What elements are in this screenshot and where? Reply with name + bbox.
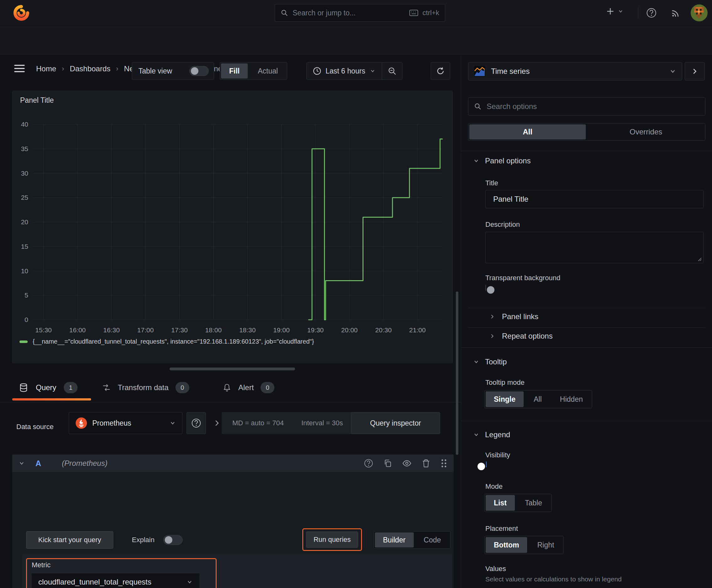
panel-title-value: Panel Title (493, 195, 528, 204)
drag-query-grip-icon[interactable] (440, 459, 447, 468)
fit-actual-option[interactable]: Actual (250, 63, 286, 79)
tab-alert[interactable]: Alert 0 (222, 379, 274, 396)
clock-icon (313, 67, 321, 75)
tooltip-section-header[interactable]: Tooltip (473, 357, 507, 366)
vertical-scrollbar[interactable] (456, 292, 458, 455)
panel-links-section[interactable]: Panel links (490, 312, 538, 321)
datasource-help-button[interactable] (187, 412, 206, 434)
section-divider (468, 327, 706, 328)
svg-text:16:00: 16:00 (69, 327, 86, 334)
repeat-options-section[interactable]: Repeat options (490, 332, 553, 340)
legend-mode-table[interactable]: Table (517, 495, 550, 511)
legend-visibility-toggle[interactable] (486, 461, 487, 467)
time-range-label: Last 6 hours (326, 67, 365, 76)
time-series-viz-icon (474, 66, 486, 77)
metric-select[interactable]: cloudflared_tunnel_total_requests (31, 573, 200, 588)
visualization-picker[interactable]: Time series (468, 62, 682, 80)
legend-section-header[interactable]: Legend (473, 430, 510, 439)
time-series-chart[interactable]: 051015202530354015:3016:0016:3017:0017:3… (13, 105, 453, 340)
options-search-box[interactable] (468, 97, 706, 115)
chart-panel: Panel Title 051015202530354015:3016:0016… (12, 91, 453, 363)
tab-transform-data[interactable]: Transform data 0 (102, 379, 189, 396)
user-avatar[interactable] (691, 4, 708, 21)
new-item-button[interactable] (606, 7, 624, 16)
fit-mode-group: Fill Actual (220, 62, 287, 80)
panel-title[interactable]: Panel Title (20, 96, 54, 105)
svg-text:17:00: 17:00 (137, 327, 154, 334)
legend-series-swatch[interactable] (19, 340, 28, 343)
legend-series-label[interactable]: {__name__="cloudflared_tunnel_total_requ… (33, 338, 314, 345)
query-help-icon[interactable] (364, 459, 373, 468)
query-ref-id[interactable]: A (36, 459, 41, 468)
pane-resize-handle[interactable] (170, 368, 295, 370)
tab-alert-badge: 0 (261, 382, 274, 393)
svg-text:21:00: 21:00 (409, 327, 426, 334)
grafana-logo-icon[interactable] (13, 4, 30, 22)
run-queries-button[interactable]: Run queries (306, 531, 358, 548)
title-field-label: Title (486, 179, 498, 187)
zoom-out-button[interactable] (382, 63, 402, 80)
textarea-resize-handle-icon[interactable] (697, 257, 702, 261)
tooltip-mode-all[interactable]: All (525, 391, 550, 407)
placement-bottom[interactable]: Bottom (486, 537, 527, 553)
duplicate-query-icon[interactable] (383, 459, 392, 468)
tab-transform-badge: 0 (175, 382, 189, 393)
disable-query-eye-icon[interactable] (402, 459, 412, 468)
refresh-button[interactable] (431, 62, 450, 80)
section-divider (461, 151, 712, 151)
edit-panel-main: Table view Fill Actual Last 6 hours (0, 55, 461, 588)
table-view-toggle[interactable] (189, 66, 209, 76)
placement-right[interactable]: Right (529, 537, 562, 553)
fit-fill-option[interactable]: Fill (221, 63, 248, 79)
transparent-bg-toggle[interactable] (486, 285, 486, 291)
legend-mode-list[interactable]: List (486, 495, 515, 511)
svg-text:18:00: 18:00 (205, 327, 222, 334)
interval-stat: Interval = 30s (301, 419, 343, 427)
description-textarea[interactable] (486, 232, 704, 263)
table-view-control: Table view (132, 62, 214, 80)
global-search-box[interactable]: ctrl+k (275, 4, 445, 22)
query-row-header[interactable]: A (Prometheus) (12, 455, 454, 472)
help-button[interactable] (646, 7, 657, 18)
chevron-right-icon (490, 333, 495, 339)
panel-options-header[interactable]: Panel options (473, 156, 531, 165)
news-feed-icon[interactable] (671, 8, 681, 18)
svg-text:20:00: 20:00 (341, 327, 358, 334)
expand-stats-chevron-right-icon[interactable] (213, 419, 221, 427)
kickstart-query-button[interactable]: Kick start your query (26, 531, 113, 549)
legend-mode-group: List Table (484, 494, 552, 512)
explain-toggle[interactable] (163, 535, 183, 545)
svg-text:16:30: 16:30 (103, 327, 120, 334)
time-range-picker[interactable]: Last 6 hours (307, 63, 382, 80)
chevron-down-icon (187, 579, 193, 585)
filter-tab-all[interactable]: All (469, 124, 586, 140)
svg-text:15: 15 (21, 243, 28, 250)
tab-transform-label: Transform data (118, 383, 169, 392)
collapse-query-chevron-down-icon[interactable] (19, 460, 25, 466)
svg-text:19:00: 19:00 (273, 327, 290, 334)
delete-query-trash-icon[interactable] (422, 459, 430, 468)
editor-mode-builder[interactable]: Builder (375, 532, 414, 547)
tooltip-mode-single[interactable]: Single (486, 391, 524, 407)
query-inspector-button[interactable]: Query inspector (351, 412, 440, 434)
svg-text:19:30: 19:30 (307, 327, 324, 334)
chevron-down-icon (170, 420, 176, 426)
options-search-input[interactable] (487, 102, 699, 111)
tooltip-mode-hidden[interactable]: Hidden (552, 391, 591, 407)
max-data-points-stat: MD = auto = 704 (232, 419, 284, 427)
tooltip-section-title: Tooltip (485, 357, 507, 366)
svg-text:35: 35 (21, 145, 28, 152)
tab-query[interactable]: Query 1 (19, 379, 78, 396)
panel-title-input[interactable]: Panel Title (486, 190, 704, 208)
global-search-input[interactable] (293, 9, 405, 17)
legend-section-title: Legend (485, 430, 510, 439)
chart-legend: {__name__="cloudflared_tunnel_total_requ… (19, 338, 314, 345)
time-controls: Last 6 hours (306, 62, 403, 80)
datasource-label: Data source (16, 416, 54, 438)
editor-mode-code[interactable]: Code (416, 532, 449, 547)
transform-icon (102, 383, 111, 392)
collapse-pane-chevron-right-button[interactable] (685, 62, 705, 80)
datasource-picker[interactable]: Prometheus (69, 412, 182, 434)
filter-tab-overrides[interactable]: Overrides (588, 124, 704, 140)
svg-text:0: 0 (24, 316, 28, 323)
